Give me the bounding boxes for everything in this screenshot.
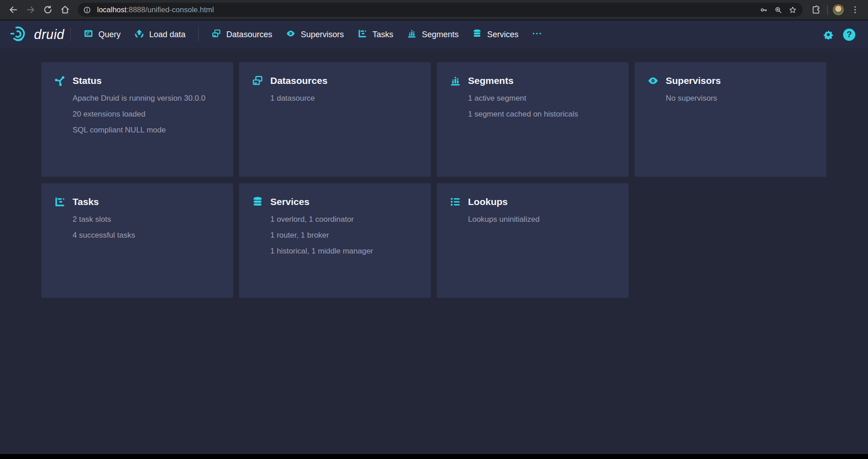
card-line: 1 overlord, 1 coordinator [270, 211, 419, 227]
card-line: Lookups uninitialized [468, 211, 617, 227]
zoom-icon[interactable] [771, 3, 785, 17]
card-line: No supervisors [666, 90, 814, 106]
card-supervisors[interactable]: Supervisors No supervisors [634, 62, 826, 177]
eye-icon [647, 75, 659, 87]
more-dots-icon [532, 29, 542, 41]
card-line: SQL compliant NULL mode [73, 122, 221, 138]
home-icon[interactable] [56, 1, 73, 19]
card-line: 20 extensions loaded [73, 106, 221, 122]
multicubes-icon [211, 29, 221, 41]
nav-separator [198, 28, 199, 41]
card-title: Supervisors [666, 75, 721, 86]
card-title: Services [270, 196, 309, 207]
nav-item-label: Datasources [226, 30, 272, 39]
reload-icon[interactable] [39, 1, 56, 19]
back-icon[interactable] [5, 1, 22, 19]
card-datasources[interactable]: Datasources 1 datasource [239, 62, 431, 177]
card-title: Tasks [73, 196, 99, 207]
card-lookups[interactable]: Lookups Lookups uninitialized [437, 183, 629, 298]
druid-navbar: druid Query Load data Datasources Superv… [0, 20, 868, 49]
card-title: Datasources [270, 75, 327, 86]
card-line: 4 successful tasks [73, 227, 221, 243]
card-services[interactable]: Services 1 overlord, 1 coordinator1 rout… [239, 183, 431, 298]
card-segments[interactable]: Segments 1 active segment1 segment cache… [437, 62, 629, 177]
info-icon[interactable] [80, 3, 94, 17]
card-line: 1 active segment [468, 90, 617, 106]
nav-item-label: Segments [422, 30, 458, 39]
gear-icon[interactable] [820, 27, 836, 42]
card-line: 2 task slots [73, 211, 221, 227]
profile-avatar[interactable] [832, 4, 844, 16]
forward-icon[interactable] [22, 1, 39, 19]
url-text: localhost:8888/unified-console.html [97, 5, 214, 14]
card-title: Status [73, 75, 102, 86]
browser-menu-icon[interactable] [846, 1, 863, 19]
barchart-icon [407, 29, 417, 41]
nav-more-button[interactable] [525, 20, 549, 49]
druid-logo-icon [10, 26, 29, 43]
card-status[interactable]: Status Apache Druid is running version 3… [41, 62, 233, 177]
browser-toolbar: localhost:8888/unified-console.html [0, 0, 868, 20]
card-line: 1 router, 1 broker [270, 227, 419, 243]
nav-item-label: Services [487, 30, 518, 39]
nav-item-label: Load data [149, 30, 185, 39]
status-graph-icon [54, 75, 66, 87]
druid-logo[interactable]: druid [10, 26, 64, 43]
key-icon[interactable] [756, 3, 771, 17]
nav-item-label: Tasks [372, 30, 393, 39]
query-icon [83, 29, 93, 41]
card-title: Segments [468, 75, 513, 86]
home-view: Status Apache Druid is running version 3… [0, 49, 868, 454]
nav-item-load-data[interactable]: Load data [127, 20, 192, 49]
card-tasks[interactable]: Tasks 2 task slots4 successful tasks [41, 183, 233, 298]
nav-item-query[interactable]: Query [77, 20, 127, 49]
gantt-icon [357, 29, 367, 41]
upload-icon [134, 29, 144, 41]
url-host: localhost [97, 5, 127, 14]
nav-item-datasources[interactable]: Datasources [205, 20, 279, 49]
nav-item-segments[interactable]: Segments [400, 20, 465, 49]
druid-wordmark: druid [34, 27, 64, 42]
card-title: Lookups [468, 196, 508, 207]
url-path: :8888/unified-console.html [127, 5, 214, 14]
nav-item-tasks[interactable]: Tasks [351, 20, 400, 49]
nav-item-label: Supervisors [301, 30, 344, 39]
nav-item-services[interactable]: Services [465, 20, 525, 49]
nav-separator [70, 28, 71, 41]
card-line: 1 historical, 1 middle manager [270, 243, 419, 259]
card-grid: Status Apache Druid is running version 3… [41, 62, 868, 298]
card-line: 1 segment cached on historicals [468, 106, 617, 122]
nav-item-supervisors[interactable]: Supervisors [279, 20, 351, 49]
extensions-icon[interactable] [807, 1, 824, 19]
card-line: 1 datasource [270, 90, 419, 106]
nav-item-label: Query [98, 30, 121, 39]
database-icon [252, 196, 263, 208]
list-icon [449, 196, 461, 208]
url-bar[interactable]: localhost:8888/unified-console.html [78, 3, 803, 17]
eye-icon [286, 29, 296, 41]
toolbar-separator [827, 5, 828, 15]
card-line: Apache Druid is running version 30.0.0 [73, 90, 221, 106]
help-icon[interactable]: ? [843, 29, 855, 41]
database-icon [472, 29, 482, 41]
gantt-icon [54, 196, 66, 208]
multicubes-icon [252, 75, 263, 87]
bookmark-star-icon[interactable] [785, 3, 800, 17]
barchart-icon [449, 75, 461, 87]
